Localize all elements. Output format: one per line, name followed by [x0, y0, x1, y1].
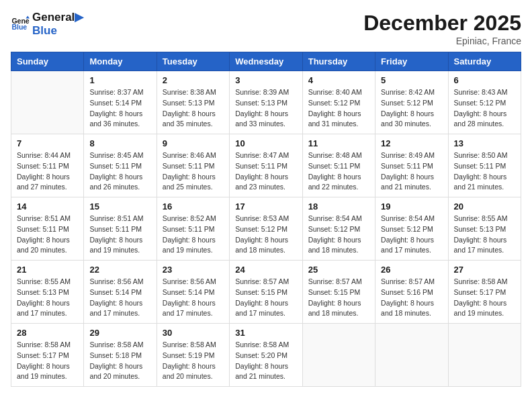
calendar-day-cell: 10Sunrise: 8:47 AMSunset: 5:11 PMDayligh…	[230, 134, 302, 197]
calendar-day-cell: 15Sunrise: 8:51 AMSunset: 5:11 PMDayligh…	[84, 197, 157, 261]
day-info: Sunrise: 8:54 AMSunset: 5:12 PMDaylight:…	[381, 214, 442, 256]
calendar-day-cell	[11, 71, 84, 134]
calendar-day-cell: 2Sunrise: 8:38 AMSunset: 5:13 PMDaylight…	[157, 71, 229, 134]
calendar-day-cell: 14Sunrise: 8:51 AMSunset: 5:11 PMDayligh…	[11, 197, 84, 261]
day-number: 11	[308, 138, 369, 148]
logo-text: General▶	[32, 11, 83, 24]
calendar-day-cell: 21Sunrise: 8:55 AMSunset: 5:13 PMDayligh…	[11, 261, 84, 324]
calendar-day-cell: 31Sunrise: 8:58 AMSunset: 5:20 PMDayligh…	[230, 324, 302, 387]
day-number: 6	[454, 75, 515, 85]
day-info: Sunrise: 8:43 AMSunset: 5:12 PMDaylight:…	[454, 87, 515, 130]
day-number: 20	[454, 201, 515, 212]
day-number: 25	[308, 265, 369, 275]
day-info: Sunrise: 8:57 AMSunset: 5:15 PMDaylight:…	[235, 277, 296, 319]
calendar-week-row: 21Sunrise: 8:55 AMSunset: 5:13 PMDayligh…	[11, 261, 521, 324]
calendar-day-cell: 6Sunrise: 8:43 AMSunset: 5:12 PMDaylight…	[448, 71, 521, 134]
day-info: Sunrise: 8:56 AMSunset: 5:14 PMDaylight:…	[89, 277, 150, 319]
day-info: Sunrise: 8:39 AMSunset: 5:13 PMDaylight:…	[235, 87, 296, 130]
calendar-day-cell: 17Sunrise: 8:53 AMSunset: 5:12 PMDayligh…	[230, 197, 302, 261]
day-info: Sunrise: 8:55 AMSunset: 5:13 PMDaylight:…	[17, 277, 78, 319]
location: Epiniac, France	[363, 36, 521, 46]
calendar-week-row: 7Sunrise: 8:44 AMSunset: 5:11 PMDaylight…	[11, 134, 521, 197]
day-number: 12	[381, 138, 442, 148]
calendar-day-cell: 8Sunrise: 8:45 AMSunset: 5:11 PMDaylight…	[84, 134, 157, 197]
day-info: Sunrise: 8:48 AMSunset: 5:11 PMDaylight:…	[308, 150, 369, 193]
calendar-day-cell: 7Sunrise: 8:44 AMSunset: 5:11 PMDaylight…	[11, 134, 84, 197]
calendar-day-cell: 18Sunrise: 8:54 AMSunset: 5:12 PMDayligh…	[302, 197, 375, 261]
day-info: Sunrise: 8:44 AMSunset: 5:11 PMDaylight:…	[17, 150, 78, 193]
calendar-day-cell: 22Sunrise: 8:56 AMSunset: 5:14 PMDayligh…	[84, 261, 157, 324]
day-info: Sunrise: 8:53 AMSunset: 5:12 PMDaylight:…	[235, 214, 296, 256]
day-info: Sunrise: 8:38 AMSunset: 5:13 PMDaylight:…	[163, 87, 224, 130]
day-number: 8	[89, 138, 150, 148]
calendar-week-row: 1Sunrise: 8:37 AMSunset: 5:14 PMDaylight…	[11, 71, 521, 134]
day-number: 22	[89, 265, 150, 275]
calendar-table: SundayMondayTuesdayWednesdayThursdayFrid…	[11, 52, 521, 387]
page-header: General Blue General▶ Blue December 2025…	[11, 11, 521, 46]
day-info: Sunrise: 8:45 AMSunset: 5:11 PMDaylight:…	[89, 150, 150, 193]
day-number: 16	[163, 201, 224, 212]
calendar-day-cell: 19Sunrise: 8:54 AMSunset: 5:12 PMDayligh…	[375, 197, 448, 261]
weekday-header: Sunday	[11, 52, 84, 71]
calendar-day-cell	[375, 324, 448, 387]
day-number: 27	[454, 265, 515, 275]
calendar-day-cell: 28Sunrise: 8:58 AMSunset: 5:17 PMDayligh…	[11, 324, 84, 387]
day-number: 18	[308, 201, 369, 212]
day-info: Sunrise: 8:55 AMSunset: 5:13 PMDaylight:…	[454, 214, 515, 256]
calendar-day-cell: 9Sunrise: 8:46 AMSunset: 5:11 PMDaylight…	[157, 134, 229, 197]
day-info: Sunrise: 8:51 AMSunset: 5:11 PMDaylight:…	[17, 214, 78, 256]
logo-subtext: Blue	[32, 24, 83, 38]
day-number: 4	[308, 75, 369, 85]
calendar-day-cell: 29Sunrise: 8:58 AMSunset: 5:18 PMDayligh…	[84, 324, 157, 387]
day-info: Sunrise: 8:58 AMSunset: 5:17 PMDaylight:…	[454, 277, 515, 319]
day-number: 24	[235, 265, 296, 275]
day-number: 1	[89, 75, 150, 85]
day-info: Sunrise: 8:56 AMSunset: 5:14 PMDaylight:…	[163, 277, 224, 319]
day-info: Sunrise: 8:54 AMSunset: 5:12 PMDaylight:…	[308, 214, 369, 256]
calendar-day-cell: 26Sunrise: 8:57 AMSunset: 5:16 PMDayligh…	[375, 261, 448, 324]
day-number: 26	[381, 265, 442, 275]
day-number: 3	[235, 75, 296, 85]
weekday-header: Thursday	[302, 52, 375, 71]
day-info: Sunrise: 8:42 AMSunset: 5:12 PMDaylight:…	[381, 87, 442, 130]
day-number: 5	[381, 75, 442, 85]
day-info: Sunrise: 8:57 AMSunset: 5:15 PMDaylight:…	[308, 277, 369, 319]
day-number: 14	[17, 201, 78, 212]
calendar-day-cell: 13Sunrise: 8:50 AMSunset: 5:11 PMDayligh…	[448, 134, 521, 197]
day-info: Sunrise: 8:37 AMSunset: 5:14 PMDaylight:…	[89, 87, 150, 130]
calendar-day-cell: 24Sunrise: 8:57 AMSunset: 5:15 PMDayligh…	[230, 261, 302, 324]
calendar-day-cell	[448, 324, 521, 387]
day-info: Sunrise: 8:50 AMSunset: 5:11 PMDaylight:…	[454, 150, 515, 193]
day-info: Sunrise: 8:40 AMSunset: 5:12 PMDaylight:…	[308, 87, 369, 130]
day-number: 28	[17, 328, 78, 338]
day-number: 21	[17, 265, 78, 275]
day-number: 23	[163, 265, 224, 275]
calendar-day-cell: 12Sunrise: 8:49 AMSunset: 5:11 PMDayligh…	[375, 134, 448, 197]
day-number: 7	[17, 138, 78, 148]
svg-text:Blue: Blue	[11, 24, 27, 32]
day-info: Sunrise: 8:58 AMSunset: 5:17 PMDaylight:…	[17, 340, 78, 382]
day-info: Sunrise: 8:58 AMSunset: 5:18 PMDaylight:…	[89, 340, 150, 382]
day-number: 2	[163, 75, 224, 85]
calendar-day-cell: 27Sunrise: 8:58 AMSunset: 5:17 PMDayligh…	[448, 261, 521, 324]
day-number: 31	[235, 328, 296, 338]
calendar-day-cell: 23Sunrise: 8:56 AMSunset: 5:14 PMDayligh…	[157, 261, 229, 324]
calendar-day-cell: 30Sunrise: 8:58 AMSunset: 5:19 PMDayligh…	[157, 324, 229, 387]
weekday-header: Saturday	[448, 52, 521, 71]
day-number: 10	[235, 138, 296, 148]
day-number: 30	[163, 328, 224, 338]
logo: General Blue General▶ Blue	[11, 11, 83, 38]
calendar-day-cell: 20Sunrise: 8:55 AMSunset: 5:13 PMDayligh…	[448, 197, 521, 261]
calendar-day-cell	[302, 324, 375, 387]
day-info: Sunrise: 8:58 AMSunset: 5:20 PMDaylight:…	[235, 340, 296, 382]
day-number: 29	[89, 328, 150, 338]
weekday-header: Tuesday	[157, 52, 229, 71]
calendar-day-cell: 1Sunrise: 8:37 AMSunset: 5:14 PMDaylight…	[84, 71, 157, 134]
day-info: Sunrise: 8:52 AMSunset: 5:11 PMDaylight:…	[163, 214, 224, 256]
calendar-day-cell: 5Sunrise: 8:42 AMSunset: 5:12 PMDaylight…	[375, 71, 448, 134]
calendar-day-cell: 3Sunrise: 8:39 AMSunset: 5:13 PMDaylight…	[230, 71, 302, 134]
weekday-header: Friday	[375, 52, 448, 71]
day-info: Sunrise: 8:51 AMSunset: 5:11 PMDaylight:…	[89, 214, 150, 256]
day-info: Sunrise: 8:46 AMSunset: 5:11 PMDaylight:…	[163, 150, 224, 193]
day-number: 13	[454, 138, 515, 148]
